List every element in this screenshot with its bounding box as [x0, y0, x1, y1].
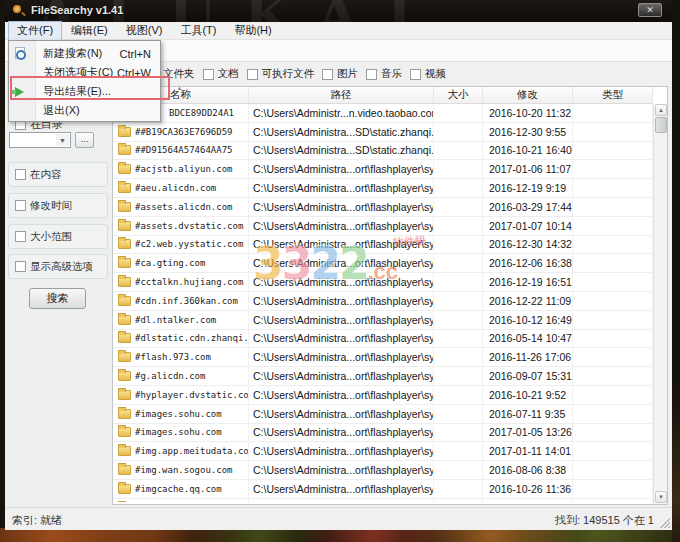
column-header-4[interactable]: 修改: [483, 87, 573, 103]
folder-icon: [118, 315, 131, 325]
scroll-up-icon[interactable]: ▲: [655, 104, 667, 116]
scrollbar-thumb[interactable]: [655, 117, 667, 133]
sidebar-filter-3[interactable]: 大小范围: [8, 224, 108, 249]
file-name: #ca.gting.com: [135, 258, 205, 268]
type-cell: [573, 198, 653, 216]
folder-icon: [118, 409, 131, 419]
name-cell: #assets.dvstatic.com: [113, 217, 249, 235]
modified-cell: 2016-12-06 16:38: [483, 254, 573, 272]
table-row[interactable]: #assets.dvstatic.comC:\Users\Administra.…: [113, 217, 653, 236]
menu-item-4[interactable]: 工具(T): [171, 21, 225, 41]
table-row[interactable]: #aeu.alicdn.comC:\Users\Administra...ort…: [113, 179, 653, 198]
filter-checkbox-4[interactable]: [322, 69, 333, 80]
filter-option-6[interactable]: 视频: [410, 67, 446, 81]
menu-item-2[interactable]: 编辑(E): [62, 21, 117, 41]
file-name: #g.alicdn.com: [135, 371, 205, 381]
new-search-icon: [15, 47, 25, 59]
table-row[interactable]: #hyplayer.dvstatic.comC:\Users\Administr…: [113, 386, 653, 405]
file-name: #images.sohu.com: [135, 427, 222, 437]
path-cell: C:\Users\Administra...SD\static.zhanqi.t…: [249, 123, 434, 141]
file-name: #dlstatic.cdn.zhanqi.tv: [135, 333, 249, 343]
table-row[interactable]: #img.wan.sogou.comC:\Users\Administra...…: [113, 461, 653, 480]
resize-grip[interactable]: [660, 518, 670, 528]
index-status-text: 索引: 就绪: [12, 513, 62, 528]
sidebar-filter-checkbox-4[interactable]: [15, 261, 26, 272]
type-cell: [573, 179, 653, 197]
table-row[interactable]: #dl.ntalker.comC:\Users\Administra...ort…: [113, 311, 653, 330]
path-cell: C:\Users\Administr...n.video.taobao.com: [249, 104, 434, 122]
file-menu-label: 新建搜索(N): [43, 46, 102, 61]
filter-option-4[interactable]: 图片: [322, 67, 358, 81]
file-menu-item-4[interactable]: 退出(X): [9, 101, 160, 120]
browse-button[interactable]: ...: [75, 132, 94, 148]
table-row[interactable]: #cdn.inf.360kan.comC:\Users\Administra..…: [113, 292, 653, 311]
column-header-2[interactable]: 路径: [249, 87, 434, 103]
table-row[interactable]: #img.app.meitudata.comC:\Users\Administr…: [113, 442, 653, 461]
column-header-3[interactable]: 大小: [434, 87, 483, 103]
table-row[interactable]: #i…C:\Users\Administra...ort\flashplayer…: [113, 499, 653, 502]
path-cell: C:\Users\Administra...ort\flashplayer\sy…: [249, 217, 434, 235]
sidebar-filter-checkbox-3[interactable]: [15, 231, 26, 242]
table-row[interactable]: #dlstatic.cdn.zhanqi.tvC:\Users\Administ…: [113, 330, 653, 349]
sidebar-filter-checkbox-1[interactable]: [15, 169, 26, 180]
filter-checkbox-2[interactable]: [203, 69, 214, 80]
folder-icon: [118, 258, 131, 268]
table-row[interactable]: BDCE89DD24A1C:\Users\Administr...n.video…: [113, 104, 653, 123]
menu-item-3[interactable]: 视图(V): [117, 21, 172, 41]
column-header-5[interactable]: 类型: [573, 87, 653, 103]
file-menu-item-1[interactable]: 新建搜索(N)Ctrl+N: [9, 44, 160, 63]
type-cell: [573, 348, 653, 366]
size-cell: [434, 273, 483, 291]
modified-cell: 2017-01-07 10:14: [483, 217, 573, 235]
table-row[interactable]: #images.sohu.comC:\Users\Administra...or…: [113, 405, 653, 424]
table-row[interactable]: #images.sohu.comC:\Users\Administra...or…: [113, 424, 653, 443]
menu-item-5[interactable]: 帮助(H): [225, 21, 280, 41]
sidebar-filter-1[interactable]: 在内容: [8, 162, 108, 187]
filter-option-5[interactable]: 音乐: [366, 67, 402, 81]
screen-background: ALUKAI FileSearchy v1.41 ✕ 文件(F)编辑(E)视图(…: [0, 0, 680, 542]
close-button[interactable]: ✕: [638, 3, 662, 17]
background-photo-bokeh: [0, 528, 680, 542]
sidebar-filter-label: 在内容: [30, 168, 62, 182]
table-row[interactable]: ##B19CA363E7696D59C:\Users\Administra...…: [113, 123, 653, 142]
file-name: #assets.alicdn.com: [135, 202, 233, 212]
vertical-scrollbar[interactable]: ▲ ▼: [653, 104, 667, 504]
name-cell: #g.alicdn.com: [113, 367, 249, 385]
search-button[interactable]: 搜索: [29, 288, 86, 309]
sidebar-filter-checkbox-2[interactable]: [15, 200, 26, 211]
filter-option-2[interactable]: 文档: [203, 67, 239, 81]
modified-cell: 2017-01-05 13:26: [483, 424, 573, 442]
type-cell: [573, 142, 653, 160]
name-cell: ##D91564A57464AA75: [113, 142, 249, 160]
table-row[interactable]: #cctalkn.hujiang.comC:\Users\Administra.…: [113, 273, 653, 292]
filter-checkbox-3[interactable]: [247, 69, 258, 80]
filter-option-3[interactable]: 可执行文件: [247, 67, 315, 81]
name-cell: ##B19CA363E7696D59: [113, 123, 249, 141]
directory-combobox[interactable]: ▼: [9, 132, 71, 148]
path-cell: C:\Users\Administra...ort\flashplayer\sy…: [249, 330, 434, 348]
table-row[interactable]: #ca.gting.comC:\Users\Administra...ort\f…: [113, 254, 653, 273]
app-window: FileSearchy v1.41 ✕ 文件(F)编辑(E)视图(V)工具(T)…: [5, 0, 672, 530]
file-name: #cctalkn.hujiang.com: [135, 277, 243, 287]
filter-checkbox-5[interactable]: [366, 69, 377, 80]
table-row[interactable]: #imgcache.qq.comC:\Users\Administra...or…: [113, 480, 653, 499]
scroll-down-icon[interactable]: ▼: [655, 491, 667, 503]
name-cell: #i…: [113, 499, 249, 502]
table-row[interactable]: #acjstb.aliyun.comC:\Users\Administra...…: [113, 160, 653, 179]
table-row[interactable]: #flash.973.comC:\Users\Administra...ort\…: [113, 348, 653, 367]
folder-icon: [118, 296, 131, 306]
sidebar-filter-4[interactable]: 显示高级选项: [8, 254, 108, 279]
table-row[interactable]: #assets.alicdn.comC:\Users\Administra...…: [113, 198, 653, 217]
table-row[interactable]: #c2.web.yystatic.comC:\Users\Administra.…: [113, 236, 653, 255]
size-cell: [434, 236, 483, 254]
name-cell: #img.wan.sogou.com: [113, 461, 249, 479]
table-row[interactable]: #g.alicdn.comC:\Users\Administra...ort\f…: [113, 367, 653, 386]
chevron-down-icon[interactable]: ▼: [56, 134, 69, 146]
table-row[interactable]: ##D91564A57464AA75C:\Users\Administra...…: [113, 142, 653, 161]
path-cell: C:\Users\Administra...ort\flashplayer\sy…: [249, 311, 434, 329]
filter-checkbox-6[interactable]: [410, 69, 421, 80]
modified-cell: 2016-12-19 9:19: [483, 179, 573, 197]
menu-item-1[interactable]: 文件(F): [8, 21, 62, 41]
sidebar-filter-2[interactable]: 修改时间: [8, 193, 108, 218]
folder-icon: [118, 446, 131, 456]
